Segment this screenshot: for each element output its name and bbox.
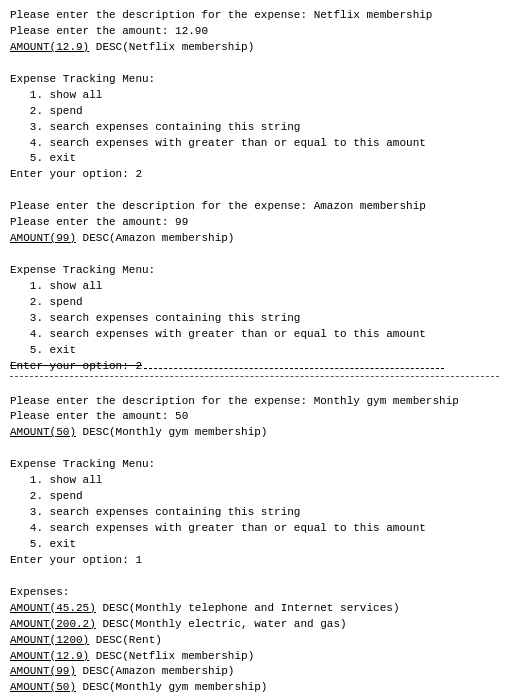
terminal-line: 5. exit <box>10 151 499 167</box>
terminal-line <box>10 441 499 457</box>
desc-value: DESC(Netflix membership) <box>89 41 254 53</box>
terminal-line: AMOUNT(99) DESC(Amazon membership) <box>10 231 499 247</box>
terminal-line: Please enter the amount: 99 <box>10 215 499 231</box>
amount-value: AMOUNT(99) <box>10 665 76 677</box>
terminal-output: Please enter the description for the exp… <box>10 8 499 700</box>
terminal-line: 4. search expenses with greater than or … <box>10 327 499 343</box>
desc-value: DESC(Monthly gym membership) <box>76 681 267 693</box>
terminal-line: AMOUNT(12.9) DESC(Netflix membership) <box>10 649 499 665</box>
terminal-line: Please enter the amount: 12.90 <box>10 24 499 40</box>
terminal-line: 2. spend <box>10 295 499 311</box>
terminal-line <box>10 696 499 700</box>
terminal-line: Expense Tracking Menu: <box>10 72 499 88</box>
terminal-line: 1. show all <box>10 473 499 489</box>
terminal-line: 5. exit <box>10 343 499 359</box>
terminal-line: 2. spend <box>10 104 499 120</box>
terminal-line: AMOUNT(50) DESC(Monthly gym membership) <box>10 425 499 441</box>
amount-value: AMOUNT(50) <box>10 426 76 438</box>
terminal-line: 4. search expenses with greater than or … <box>10 521 499 537</box>
amount-value: AMOUNT(12.9) <box>10 650 89 662</box>
terminal-line: 3. search expenses containing this strin… <box>10 505 499 521</box>
terminal-line: 4. search expenses with greater than or … <box>10 136 499 152</box>
terminal-line <box>10 56 499 72</box>
amount-value: AMOUNT(99) <box>10 232 76 244</box>
terminal-line: 1. show all <box>10 279 499 295</box>
desc-value: DESC(Amazon membership) <box>76 232 234 244</box>
terminal-line: AMOUNT(99) DESC(Amazon membership) <box>10 664 499 680</box>
desc-value: DESC(Monthly telephone and Internet serv… <box>96 602 400 614</box>
terminal-line: 5. exit <box>10 537 499 553</box>
terminal-line: AMOUNT(50) DESC(Monthly gym membership) <box>10 680 499 696</box>
amount-value: AMOUNT(1200) <box>10 634 89 646</box>
terminal-line: Please enter the description for the exp… <box>10 8 499 24</box>
terminal-line: Please enter the description for the exp… <box>10 199 499 215</box>
desc-value: DESC(Monthly electric, water and gas) <box>96 618 347 630</box>
terminal-line: Expenses: <box>10 585 499 601</box>
terminal-line <box>10 569 499 585</box>
amount-value: AMOUNT(12.9) <box>10 41 89 53</box>
desc-value: DESC(Monthly gym membership) <box>76 426 267 438</box>
amount-value: AMOUNT(45.25) <box>10 602 96 614</box>
desc-value: DESC(Netflix membership) <box>89 650 254 662</box>
terminal-line <box>10 183 499 199</box>
terminal-line: Please enter the amount: 50 <box>10 409 499 425</box>
terminal-line: Enter your option: 2 <box>10 359 499 377</box>
amount-value: AMOUNT(200.2) <box>10 618 96 630</box>
terminal-line: 3. search expenses containing this strin… <box>10 311 499 327</box>
terminal-line: Please enter the description for the exp… <box>10 394 499 410</box>
terminal-line <box>10 378 499 394</box>
desc-value: DESC(Rent) <box>89 634 162 646</box>
terminal-line: Enter your option: 2 <box>10 167 499 183</box>
terminal-line: 3. search expenses containing this strin… <box>10 120 499 136</box>
terminal-line: Expense Tracking Menu: <box>10 457 499 473</box>
desc-value: DESC(Amazon membership) <box>76 665 234 677</box>
terminal-line: 2. spend <box>10 489 499 505</box>
amount-value: AMOUNT(50) <box>10 681 76 693</box>
dotted-option-text: Enter your option: 2 <box>10 360 142 372</box>
terminal-line: AMOUNT(12.9) DESC(Netflix membership) <box>10 40 499 56</box>
terminal-line: AMOUNT(200.2) DESC(Monthly electric, wat… <box>10 617 499 633</box>
terminal-line: Enter your option: 1 <box>10 553 499 569</box>
dot-fill <box>144 368 444 369</box>
terminal-line <box>10 247 499 263</box>
terminal-line: AMOUNT(45.25) DESC(Monthly telephone and… <box>10 601 499 617</box>
terminal-line: 1. show all <box>10 88 499 104</box>
terminal-line: AMOUNT(1200) DESC(Rent) <box>10 633 499 649</box>
terminal-line: Expense Tracking Menu: <box>10 263 499 279</box>
